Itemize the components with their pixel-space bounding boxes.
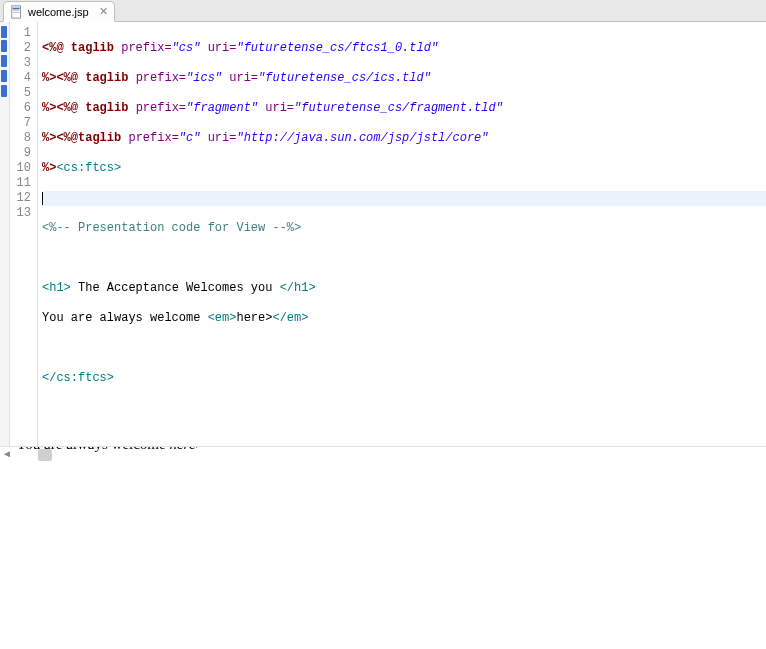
editor-tabbar: welcome.jsp ✕: [0, 0, 766, 22]
scrollbar-thumb[interactable]: [38, 449, 52, 461]
scroll-left-icon[interactable]: ◄: [2, 448, 12, 459]
code-area[interactable]: <%@ taglib prefix="cs" uri="futuretense_…: [38, 22, 766, 446]
overview-ruler: [0, 22, 10, 446]
svg-rect-2: [13, 10, 20, 11]
line-gutter: 12345 678910 111213: [10, 22, 38, 446]
svg-rect-1: [13, 7, 20, 9]
code-editor[interactable]: 12345 678910 111213 <%@ taglib prefix="c…: [0, 22, 766, 446]
editor-tab-label: welcome.jsp: [28, 6, 89, 18]
svg-rect-3: [13, 12, 20, 13]
jsp-file-icon: [10, 5, 24, 19]
text-cursor: [42, 192, 43, 205]
horizontal-scrollbar[interactable]: ◄: [0, 446, 766, 447]
editor-wrap: 12345 678910 111213 <%@ taglib prefix="c…: [0, 22, 766, 277]
ide-container: welcome.jsp ✕ 12345 678910 111213 <%@ ta…: [0, 0, 766, 649]
close-icon[interactable]: ✕: [99, 5, 108, 18]
editor-tab-welcome[interactable]: welcome.jsp ✕: [3, 1, 115, 22]
